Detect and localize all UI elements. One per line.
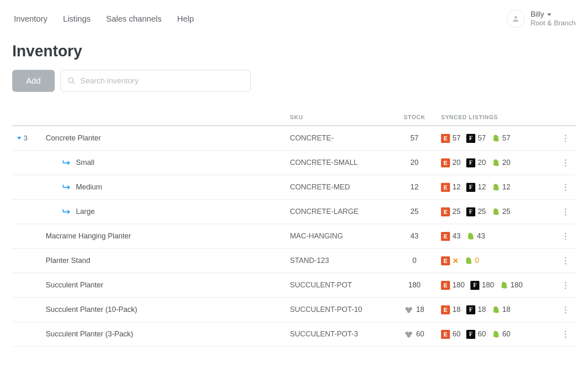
child-arrow-icon	[62, 160, 71, 166]
shopify-icon	[500, 281, 508, 290]
nav-link-listings[interactable]: Listings	[63, 14, 91, 24]
svg-point-0	[514, 16, 517, 19]
item-name: Planter Stand	[46, 256, 90, 265]
expand-toggle-icon[interactable]	[17, 137, 21, 140]
table-row[interactable]: Succulent Planter (10-Pack)SUCCULENT-POT…	[12, 298, 576, 322]
faire-icon: F	[466, 134, 475, 143]
synced-listing-faire[interactable]: F18	[466, 305, 486, 314]
faire-icon: F	[470, 281, 479, 290]
synced-listing-etsy[interactable]: E43	[441, 232, 461, 241]
listing-value: 12	[452, 183, 461, 191]
shopify-icon	[492, 183, 500, 192]
synced-listing-shopify[interactable]: 60	[492, 330, 510, 339]
more-actions-icon[interactable]	[565, 208, 566, 216]
synced-listing-shopify[interactable]: 0	[464, 256, 479, 265]
sku-value: CONCRETE-	[290, 134, 388, 142]
search-field[interactable]	[60, 70, 251, 92]
user-name: Billy	[530, 10, 544, 19]
caret-down-icon	[547, 13, 551, 16]
listing-value: 20	[452, 158, 461, 167]
etsy-icon: E	[441, 158, 450, 167]
sku-value: SUCCULENT-POT-10	[290, 305, 388, 314]
etsy-icon: E	[441, 134, 450, 143]
search-input[interactable]	[80, 70, 250, 91]
col-sku: SKU	[290, 114, 388, 120]
more-actions-icon[interactable]	[565, 233, 566, 240]
etsy-icon: E	[441, 305, 450, 314]
synced-listing-etsy[interactable]: E57	[441, 134, 461, 143]
more-actions-icon[interactable]	[565, 331, 566, 338]
nav-link-help[interactable]: Help	[177, 14, 194, 24]
stock-value: 20	[410, 158, 419, 167]
shopify-icon	[492, 158, 500, 167]
person-icon	[512, 15, 520, 23]
table-row[interactable]: Planter StandSTAND-1230E✕0	[12, 249, 576, 273]
table-row[interactable]: Small CONCRETE-SMALL20E20F2020	[12, 151, 576, 175]
faire-icon: F	[466, 183, 475, 192]
synced-listing-etsy[interactable]: E12	[441, 183, 461, 192]
item-name: Concrete Planter	[46, 134, 101, 142]
synced-listing-shopify[interactable]: 20	[492, 158, 510, 167]
nav-link-inventory[interactable]: Inventory	[14, 14, 47, 24]
synced-listing-shopify[interactable]: 180	[500, 281, 523, 290]
listing-value: 43	[452, 232, 461, 240]
listing-value: 60	[478, 330, 486, 338]
synced-listing-etsy[interactable]: E✕	[441, 256, 459, 265]
synced-listing-etsy[interactable]: E18	[441, 305, 461, 314]
table-row[interactable]: Macrame Hanging PlanterMAC-HANGING43E434…	[12, 224, 576, 249]
item-name: Succulent Planter (3-Pack)	[46, 330, 133, 338]
item-name: Macrame Hanging Planter	[46, 232, 131, 240]
etsy-icon: E	[441, 281, 450, 290]
synced-listing-shopify[interactable]: 25	[492, 207, 510, 216]
more-actions-icon[interactable]	[565, 159, 566, 167]
stock-value: 60	[416, 330, 424, 338]
synced-listing-etsy[interactable]: E180	[441, 281, 465, 290]
synced-listing-etsy[interactable]: E60	[441, 330, 461, 339]
add-button[interactable]: Add	[12, 70, 55, 92]
org-name: Root & Branch	[530, 19, 576, 27]
synced-listing-faire[interactable]: F60	[466, 330, 486, 339]
synced-listing-shopify[interactable]: 12	[492, 183, 510, 192]
stock-value: 43	[410, 232, 419, 240]
synced-listing-faire[interactable]: F180	[470, 281, 494, 290]
more-actions-icon[interactable]	[565, 257, 566, 265]
table-row[interactable]: Succulent PlanterSUCCULENT-POT180E180F18…	[12, 273, 576, 298]
table-row[interactable]: Large CONCRETE-LARGE25E25F2525	[12, 200, 576, 224]
top-nav: Inventory Listings Sales channels Help B…	[0, 0, 588, 31]
synced-listing-faire[interactable]: F20	[466, 158, 486, 167]
more-actions-icon[interactable]	[565, 135, 566, 142]
child-arrow-icon	[62, 209, 71, 215]
avatar	[507, 10, 525, 28]
item-name: Large	[76, 207, 95, 216]
table-row[interactable]: 3Concrete PlanterCONCRETE-57E57F5757	[12, 126, 576, 151]
synced-listing-shopify[interactable]: 43	[466, 232, 485, 241]
listing-value: 20	[502, 158, 510, 167]
more-actions-icon[interactable]	[565, 184, 566, 191]
synced-listing-faire[interactable]: F57	[466, 134, 486, 143]
synced-listing-shopify[interactable]: 57	[492, 134, 510, 143]
synced-listing-etsy[interactable]: E25	[441, 207, 461, 216]
nav-link-sales-channels[interactable]: Sales channels	[106, 14, 162, 24]
shopify-icon	[492, 305, 500, 314]
synced-listing-faire[interactable]: F25	[466, 207, 486, 216]
user-menu[interactable]: Billy Root & Branch	[507, 10, 576, 28]
listing-value: 180	[482, 281, 494, 289]
synced-listing-shopify[interactable]: 18	[492, 305, 510, 314]
synced-listing-faire[interactable]: F12	[466, 183, 486, 192]
table-row[interactable]: Succulent Planter (3-Pack)SUCCULENT-POT-…	[12, 322, 576, 347]
stock-value: 25	[410, 207, 419, 216]
table-row[interactable]: Medium CONCRETE-MED12E12F1212	[12, 175, 576, 200]
stock-value: 57	[410, 134, 419, 142]
svg-point-8	[407, 334, 410, 337]
listing-value: 18	[502, 305, 510, 314]
stock-value: 18	[416, 305, 424, 314]
more-actions-icon[interactable]	[565, 282, 566, 289]
sku-value: MAC-HANGING	[290, 232, 388, 240]
svg-line-2	[73, 82, 75, 84]
shopify-icon	[466, 232, 474, 241]
toolbar: Add	[12, 70, 576, 92]
shopify-icon	[492, 134, 500, 143]
sku-value: STAND-123	[290, 256, 388, 265]
more-actions-icon[interactable]	[565, 306, 566, 314]
synced-listing-etsy[interactable]: E20	[441, 158, 461, 167]
